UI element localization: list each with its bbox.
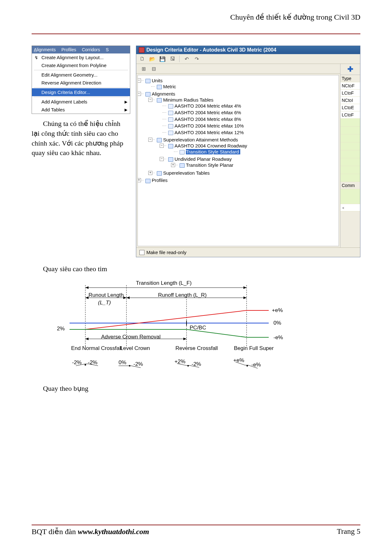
tree-emax10[interactable]: AASHTO 2004 Metric eMax 10% (162, 122, 337, 129)
lbl-s0l: -2% (72, 359, 82, 366)
lbl-s0r: -2% (88, 359, 97, 366)
submenu-arrow-icon: ▶ (125, 108, 127, 112)
lbl-plus-e: +e% (272, 307, 283, 314)
side-row[interactable]: LCtoF (340, 90, 360, 97)
table-icon (168, 131, 173, 135)
folder-icon (168, 157, 173, 162)
alignments-menu: Alignments Profiles Corridors S ↯ Create… (32, 46, 130, 114)
svg-marker-8 (85, 296, 89, 299)
menu-s[interactable]: S (106, 47, 109, 52)
side-row-empty[interactable] (340, 189, 360, 204)
page-header: Chuyên đề thiết kế đường trong Civil 3D (32, 13, 360, 32)
svg-marker-12 (243, 296, 247, 299)
folder-icon (145, 92, 150, 97)
tree-profiles[interactable]: +Profiles (140, 177, 337, 184)
submenu-arrow-icon: ▶ (125, 100, 127, 104)
lbl-s1l: 0% (119, 359, 126, 366)
menu-list: ↯ Create Alignment by Layout... Create A… (32, 53, 130, 114)
lbl-minus-e: -e% (273, 334, 283, 341)
svg-marker-16 (85, 338, 89, 340)
folder-icon (145, 79, 150, 83)
lbl-lt: (L_T) (98, 300, 111, 306)
tree-emax4[interactable]: AASHTO 2004 Metric eMax 4% (162, 103, 337, 109)
menu-create-from-polyline[interactable]: Create Alignment from Polyline (32, 61, 130, 69)
new-icon[interactable]: 🗋 (139, 55, 146, 62)
tree-units[interactable]: −Units Metric (140, 77, 337, 90)
menu-corridors[interactable]: Corridors (82, 47, 100, 52)
tree-methods[interactable]: −Superelevation Attainment Methods −AASH… (151, 136, 337, 170)
open-icon[interactable]: 📂 (149, 55, 156, 62)
menu-design-criteria-editor[interactable]: Design Criteria Editor... (32, 88, 130, 96)
side-row-empty[interactable] (340, 134, 360, 142)
menu-create-by-layout[interactable]: ↯ Create Alignment by Layout... (32, 53, 130, 61)
side-row[interactable]: LCtoE (340, 104, 360, 111)
svg-marker-5 (85, 286, 89, 289)
footer-right: Trang 5 (337, 527, 360, 536)
tree-emax8[interactable]: AASHTO 2004 Metric eMax 8% (162, 116, 337, 122)
menu-profiles[interactable]: Profiles (61, 47, 76, 52)
tree-metric[interactable]: Metric (151, 83, 337, 90)
folder-icon (157, 138, 162, 142)
folder-icon (168, 144, 173, 148)
side-row-empty[interactable] (340, 150, 360, 158)
tree-super-tables[interactable]: +Superelevation Tables (151, 170, 337, 176)
tree-alignments[interactable]: −Alignments −Minimum Radius Tables AASHT… (140, 90, 337, 177)
svg-marker-6 (243, 286, 247, 289)
redo-icon[interactable]: ↷ (193, 55, 200, 62)
add-icon[interactable]: ✚ (340, 64, 360, 73)
left-column: Alignments Profiles Corridors S ↯ Create… (32, 46, 130, 257)
svg-point-21 (247, 365, 248, 366)
save-icon[interactable]: 💾 (159, 55, 166, 62)
menu-reverse-direction[interactable]: Reverse Alignment Direction (32, 79, 130, 87)
tree-min-radius[interactable]: −Minimum Radius Tables AASHTO 2004 Metri… (151, 97, 337, 136)
tree-emax6[interactable]: AASHTO 2004 Metric eMax 6% (162, 109, 337, 116)
tree-crowned[interactable]: −AASHTO 2004 Crowned Roadway Transition … (162, 142, 337, 156)
paragraph-1: Chúng ta có thể hiệu chỉnh lại công thức… (32, 119, 130, 158)
collapse-icon[interactable]: ⊟ (150, 65, 157, 72)
svg-marker-11 (126, 296, 130, 299)
menu-edit-geometry[interactable]: Edit Alignment Geometry... (32, 71, 130, 79)
lbl-runoff: Runoff Length (L_R) (158, 292, 207, 298)
menu-alignments[interactable]: Alignments (34, 47, 56, 52)
table-icon (168, 124, 173, 128)
side-row-empty[interactable] (340, 174, 360, 182)
readonly-checkbox[interactable] (139, 250, 144, 255)
side-row[interactable]: NCtoI (340, 97, 360, 104)
scroll-left-icon[interactable]: ◂ (340, 204, 360, 211)
footer-rule (32, 525, 360, 525)
header-rule (32, 34, 360, 34)
side-row-empty[interactable] (340, 166, 360, 174)
side-row-empty[interactable] (340, 158, 360, 166)
expand-icon[interactable]: ⊞ (140, 65, 147, 72)
folder-icon (157, 171, 162, 176)
tree-transition-standard[interactable]: Transition Style Standard (174, 148, 337, 155)
table-icon (168, 117, 173, 122)
lbl-s3l: +e% (233, 357, 244, 364)
toolbar-tree: ⊞ ⊟ (136, 64, 340, 74)
table-icon (168, 111, 173, 115)
folder-icon (145, 179, 150, 183)
undo-icon[interactable]: ↶ (183, 55, 190, 62)
transition-diagram: Transition Length (L_F) Runout Length (L… (54, 279, 294, 377)
window-title: Design Criteria Editor - Autodesk Civil … (146, 47, 276, 53)
saveall-icon[interactable]: 🖫 (169, 55, 176, 62)
lbl-zero: 0% (273, 320, 281, 326)
side-row-empty[interactable] (340, 142, 360, 150)
side-row-empty[interactable] (340, 119, 360, 127)
tree-undivided[interactable]: −Undivided Planar Roadway +Transition St… (162, 156, 337, 169)
menu-sep (34, 87, 128, 88)
side-row[interactable]: LCtoF (340, 111, 360, 119)
text-quay-tim: Quay siêu cao theo tim (43, 265, 360, 273)
menu-add-tables[interactable]: Add Tables ▶ (32, 106, 130, 114)
menu-sep (34, 97, 128, 97)
tree-transition-planar[interactable]: +Transition Style Planar (174, 162, 337, 168)
lbl-pcbc: PC/BC (190, 325, 206, 331)
criteria-tree[interactable]: −Units Metric −Alignments −Minimum Radiu… (138, 75, 339, 246)
menu-add-labels[interactable]: Add Alignment Labels ▶ (32, 98, 130, 106)
lbl-s1r: -2% (133, 361, 143, 367)
tree-emax12[interactable]: AASHTO 2004 Metric eMax 12% (162, 129, 337, 136)
side-row[interactable]: NCtoF (340, 82, 360, 90)
side-row-empty[interactable] (340, 127, 360, 134)
lbl-s2r: -2% (192, 361, 201, 367)
app-icon (139, 47, 144, 53)
